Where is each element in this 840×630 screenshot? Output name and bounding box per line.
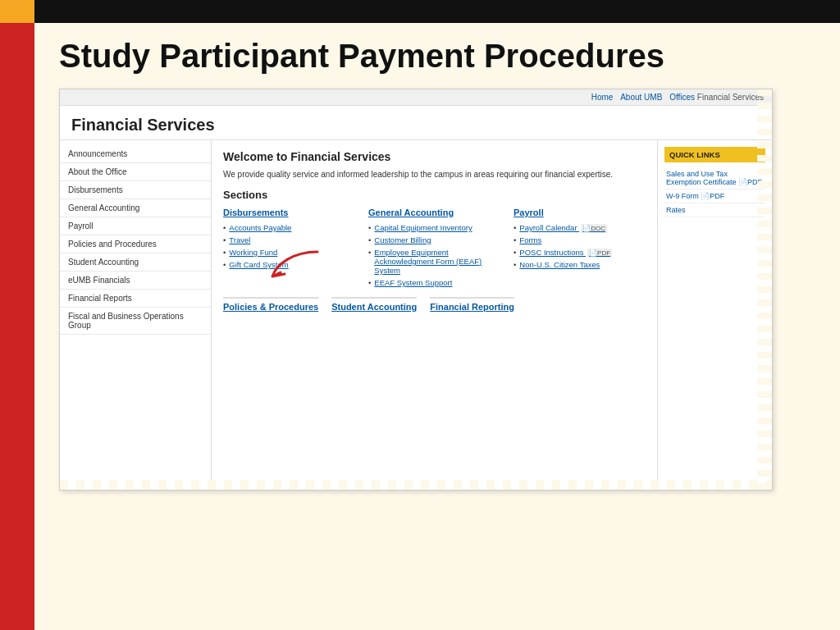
- screenshot-header: Financial Services: [60, 106, 772, 140]
- list-item: Forms: [514, 234, 646, 246]
- quick-link-rates[interactable]: Rates: [664, 203, 765, 217]
- welcome-body: We provide quality service and informed …: [223, 168, 646, 180]
- bottom-section-row: Policies & Procedures Student Accounting…: [223, 297, 646, 312]
- eeaf-support-link[interactable]: EEAF System Support: [374, 278, 452, 287]
- sidebar-item-about[interactable]: About the Office: [60, 163, 211, 181]
- bottom-reporting-title[interactable]: Financial Reporting: [430, 297, 514, 312]
- list-item: Non-U.S. Citizen Taxes: [514, 258, 646, 271]
- list-item: Employee Equipment Acknowledgment Form (…: [368, 246, 500, 276]
- left-accent-bar: [0, 0, 34, 630]
- bottom-student-title[interactable]: Student Accounting: [331, 297, 417, 312]
- list-item: Customer Billing: [368, 234, 500, 246]
- travel-link[interactable]: Travel: [229, 235, 250, 244]
- list-item: Accounts Payable: [223, 221, 355, 234]
- section-payroll: Payroll Payroll Calendar 📄DOC Forms POSC…: [514, 208, 646, 289]
- nav-about[interactable]: About UMB: [620, 93, 662, 102]
- posc-link[interactable]: POSC Instructions 📄PDF: [519, 248, 612, 257]
- sidebar-item-fiscal[interactable]: Fiscal and Business Operations Group: [60, 308, 211, 335]
- corner-square: [0, 0, 34, 23]
- sidebar-item-general-accounting[interactable]: General Accounting: [60, 199, 211, 217]
- nav-offices[interactable]: Offices: [669, 93, 695, 102]
- list-item: Working Fund: [223, 246, 355, 258]
- sidebar: Announcements About the Office Disbursem…: [60, 140, 212, 488]
- forms-link[interactable]: Forms: [519, 235, 541, 244]
- section-general-accounting: General Accounting Capital Equipment Inv…: [368, 208, 500, 289]
- payroll-calendar-link[interactable]: Payroll Calendar 📄DOC: [519, 223, 607, 232]
- list-item: Payroll Calendar 📄DOC: [514, 221, 646, 234]
- payroll-title[interactable]: Payroll: [514, 208, 646, 217]
- sidebar-item-policies[interactable]: Policies and Procedures: [60, 235, 211, 253]
- screenshot-frame: Home About UMB Offices Financial Service…: [59, 89, 773, 491]
- sections-label: Sections: [223, 189, 646, 201]
- general-accounting-title[interactable]: General Accounting: [368, 208, 500, 217]
- disbursements-title[interactable]: Disbursements: [223, 208, 355, 217]
- page-title: Study Participant Payment Procedures: [59, 38, 815, 74]
- top-bar: [0, 0, 840, 23]
- customer-billing-link[interactable]: Customer Billing: [374, 235, 431, 244]
- quick-links-title: QUICK LINKS: [664, 147, 765, 162]
- welcome-heading: Welcome to Financial Services: [223, 150, 646, 163]
- pdf-badge: 📄PDF: [587, 249, 612, 258]
- doc-badge: 📄DOC: [581, 224, 607, 233]
- non-us-taxes-link[interactable]: Non-U.S. Citizen Taxes: [519, 260, 600, 269]
- main-content: Study Participant Payment Procedures Hom…: [34, 23, 840, 630]
- gift-card-link[interactable]: Gift Card System: [229, 260, 288, 269]
- capital-equipment-link[interactable]: Capital Equipment Inventory: [374, 223, 472, 232]
- working-fund-link[interactable]: Working Fund: [229, 248, 277, 257]
- sidebar-item-disbursements[interactable]: Disbursements: [60, 181, 211, 199]
- sidebar-item-payroll[interactable]: Payroll: [60, 217, 211, 235]
- bottom-policies-title[interactable]: Policies & Procedures: [223, 297, 318, 312]
- screenshot-body: Announcements About the Office Disbursem…: [60, 140, 772, 488]
- screenshot-topnav: Home About UMB Offices Financial Service…: [60, 89, 772, 106]
- ss-main-area: Welcome to Financial Services We provide…: [212, 140, 657, 488]
- quick-links-panel: QUICK LINKS Sales and Use Tax Exemption …: [657, 140, 772, 488]
- sidebar-item-announcements[interactable]: Announcements: [60, 145, 211, 163]
- sidebar-item-financial-reports[interactable]: Financial Reports: [60, 290, 211, 308]
- sidebar-item-eumb[interactable]: eUMB Financials: [60, 272, 211, 290]
- sidebar-item-student-accounting[interactable]: Student Accounting: [60, 253, 211, 272]
- disbursements-list: Accounts Payable Travel Working Fund Gif…: [223, 221, 355, 271]
- payroll-list: Payroll Calendar 📄DOC Forms POSC Instruc…: [514, 221, 646, 271]
- list-item: Capital Equipment Inventory: [368, 221, 500, 234]
- nav-home[interactable]: Home: [591, 93, 614, 102]
- section-disbursements: Disbursements Accounts Payable Travel Wo…: [223, 208, 355, 289]
- list-item: Gift Card System: [223, 258, 355, 271]
- sections-grid: Disbursements Accounts Payable Travel Wo…: [223, 208, 646, 289]
- general-accounting-list: Capital Equipment Inventory Customer Bil…: [368, 221, 500, 289]
- site-title: Financial Services: [71, 116, 760, 135]
- list-item: EEAF System Support: [368, 276, 500, 289]
- eeaf-link[interactable]: Employee Equipment Acknowledgment Form (…: [374, 248, 500, 275]
- nav-financial-services: Financial Services: [697, 93, 764, 102]
- torn-bottom-edge: [60, 480, 772, 490]
- list-item: POSC Instructions 📄PDF: [514, 246, 646, 258]
- quick-link-w9[interactable]: W-9 Form 📄PDF: [664, 189, 765, 203]
- quick-link-sales-tax[interactable]: Sales and Use Tax Exemption Certificate …: [664, 167, 765, 189]
- screenshot-inner: Financial Services Announcements About t…: [60, 106, 772, 488]
- accounts-payable-link[interactable]: Accounts Payable: [229, 223, 291, 232]
- list-item: Travel: [223, 234, 355, 246]
